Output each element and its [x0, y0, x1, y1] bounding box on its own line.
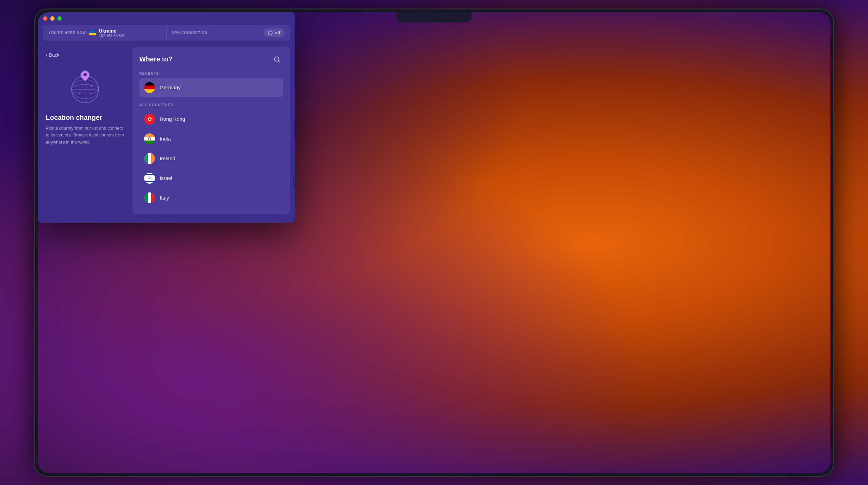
- country-item-israel[interactable]: ✡ Israel: [139, 169, 283, 188]
- globe-container: [46, 65, 124, 106]
- close-button[interactable]: [43, 16, 47, 21]
- ireland-name: Ireland: [160, 155, 175, 161]
- globe-icon: [65, 65, 105, 106]
- country-item-ireland[interactable]: Ireland: [139, 149, 283, 168]
- main-content: ‹ Back: [38, 46, 295, 220]
- panel-title: Location changer: [46, 114, 124, 122]
- left-panel: ‹ Back: [38, 46, 133, 220]
- countries-scroll[interactable]: ✿ Hong Kong: [139, 110, 283, 207]
- location-section: YOU'RE HERE NOW 🇺🇦 Ukraine 192.168.39.39…: [43, 25, 166, 41]
- where-to-title: Where to?: [139, 55, 173, 63]
- italy-flag: [144, 192, 155, 203]
- ireland-flag: [144, 153, 155, 164]
- title-bar: [38, 12, 295, 25]
- hong-kong-flag: ✿: [144, 114, 155, 125]
- germany-flag: [144, 82, 155, 93]
- maximize-button[interactable]: [57, 16, 62, 21]
- monitor-screen: YOU'RE HERE NOW 🇺🇦 Ukraine 192.168.39.39…: [38, 12, 830, 473]
- back-button[interactable]: ‹ Back: [46, 52, 124, 58]
- india-flag: [144, 133, 155, 144]
- svg-line-11: [278, 60, 280, 62]
- app-window: YOU'RE HERE NOW 🇺🇦 Ukraine 192.168.39.39…: [38, 12, 295, 223]
- back-chevron-icon: ‹: [46, 52, 47, 58]
- country-item-germany[interactable]: Germany: [139, 78, 283, 97]
- hong-kong-name: Hong Kong: [160, 116, 185, 122]
- location-country: Ukraine: [99, 28, 125, 34]
- vpn-toggle[interactable]: off: [264, 29, 284, 37]
- germany-name: Germany: [160, 85, 181, 90]
- location-ip: 192.168.39.392: [99, 34, 125, 38]
- minimize-button[interactable]: [50, 16, 55, 21]
- all-countries-section: ALL COUNTRIES ✿ Hong Kong: [139, 103, 283, 207]
- country-item-india[interactable]: India: [139, 129, 283, 148]
- vpn-label: VPN CONNECTION: [172, 31, 208, 35]
- search-button[interactable]: [271, 53, 283, 66]
- all-countries-label: ALL COUNTRIES: [139, 103, 283, 107]
- vpn-section: VPN CONNECTION off: [167, 25, 290, 40]
- italy-name: Italy: [160, 195, 169, 201]
- where-to-header: Where to?: [139, 53, 283, 66]
- israel-flag: ✡: [144, 173, 155, 184]
- back-label: Back: [49, 52, 59, 58]
- israel-name: Israel: [160, 175, 172, 181]
- svg-point-6: [80, 91, 81, 92]
- toggle-circle-icon: [268, 31, 273, 35]
- location-info: 🇺🇦 Ukraine 192.168.39.392: [89, 28, 125, 38]
- header-bar: YOU'RE HERE NOW 🇺🇦 Ukraine 192.168.39.39…: [43, 25, 290, 41]
- india-name: India: [160, 136, 171, 142]
- svg-point-9: [83, 73, 87, 76]
- ukraine-flag: 🇺🇦: [89, 29, 96, 37]
- monitor: YOU'RE HERE NOW 🇺🇦 Ukraine 192.168.39.39…: [34, 8, 834, 477]
- svg-point-5: [91, 85, 92, 87]
- panel-description: Pick a country from our list and connect…: [46, 125, 124, 146]
- location-label: YOU'RE HERE NOW: [48, 31, 86, 35]
- vpn-status-text: off: [275, 30, 280, 35]
- country-item-italy[interactable]: Italy: [139, 188, 283, 207]
- recents-label: RECENTS: [139, 72, 283, 75]
- notch: [397, 12, 471, 22]
- country-item-hong-kong[interactable]: ✿ Hong Kong: [139, 110, 283, 129]
- right-panel: Where to? RECENTS: [133, 46, 290, 214]
- recents-section: RECENTS Germany: [139, 72, 283, 98]
